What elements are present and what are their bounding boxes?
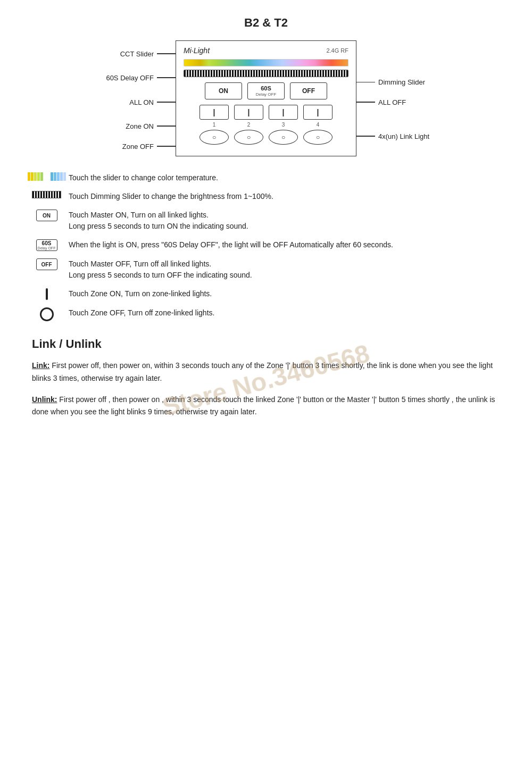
on-button[interactable]: ON	[205, 82, 242, 99]
all-off-label: ALL OFF	[356, 98, 406, 106]
zone-4-on-button[interactable]: |	[303, 105, 332, 120]
zone-1-label: 1	[213, 122, 216, 128]
master-buttons-row: ON 60S Delay OFF OFF	[184, 82, 348, 99]
cct-instruction-text: Touch the slider to change color tempera…	[69, 172, 500, 183]
zone-2-off-button[interactable]: ○	[234, 130, 263, 145]
zone-col-2: | 2 ○	[234, 105, 263, 145]
zone-off-icon-container	[32, 307, 61, 321]
device-box: Mi·Light 2.4G RF ON 60S Delay OFF	[176, 40, 356, 156]
unlink-text: First power off , then power on , within…	[32, 395, 495, 416]
unlink-paragraph: Unlink: First power off , then power on …	[32, 394, 500, 419]
zone-3-label: 3	[282, 122, 285, 128]
dimming-instruction-text: Touch Dimming Slider to change the brigh…	[69, 191, 500, 202]
link-label: Link:	[32, 361, 49, 370]
link-paragraph: Link: First power off, then power on, wi…	[32, 360, 500, 385]
zone-off-label: Zone OFF	[122, 143, 176, 151]
link-section-title: Link / Unlink	[32, 337, 500, 351]
zone-col-3: | 3 ○	[269, 105, 298, 145]
dimming-instruction-row: Touch Dimming Slider to change the brigh…	[32, 191, 500, 202]
left-labels: CCT Slider 60S Delay OFF ALL ON	[80, 40, 176, 156]
on-instruction-row: ON Touch Master ON, Turn on all linked l…	[32, 210, 500, 232]
link-light-label: 4x(un) Link Light	[356, 132, 429, 140]
cct-slider-label: CCT Slider	[120, 50, 176, 58]
zone-3-on-button[interactable]: |	[269, 105, 298, 120]
full-diagram: CCT Slider 60S Delay OFF ALL ON	[80, 40, 452, 156]
60s-instruction-row: 60S Delay OFF When the light is ON, pres…	[32, 239, 500, 251]
off-icon-button: OFF	[36, 258, 57, 270]
dimming-icon	[32, 191, 61, 198]
zone-on-instruction-row: Touch Zone ON, Turn on zone-linked light…	[32, 288, 500, 300]
zone-2-label: 2	[247, 122, 251, 128]
on-instruction-text: Touch Master ON, Turn on all linked ligh…	[69, 210, 500, 232]
zone-1-on-button[interactable]: |	[200, 105, 229, 120]
dimming-slider-label: Dimming Slider	[356, 78, 425, 86]
device-header: Mi·Light 2.4G RF	[184, 46, 348, 55]
60s-icon: 60S Delay OFF	[32, 239, 61, 251]
zone-2-on-button[interactable]: |	[234, 105, 263, 120]
unlink-label: Unlink:	[32, 395, 57, 404]
cct-slider-bar[interactable]	[184, 59, 348, 66]
zone-off-instruction-row: Touch Zone OFF, Turn off zone-linked lig…	[32, 307, 500, 321]
zone-off-instruction-text: Touch Zone OFF, Turn off zone-linked lig…	[69, 307, 500, 319]
zone-col-4: | 4 ○	[303, 105, 332, 145]
rf-label: 2.4G RF	[326, 47, 348, 54]
zone-1-off-button[interactable]: ○	[200, 130, 229, 145]
off-instruction-text: Touch Master OFF, Turn off all linked li…	[69, 258, 500, 281]
zone-on-label: Zone ON	[126, 122, 176, 130]
right-labels: Dimming Slider ALL OFF 4x(un) Link Light	[356, 40, 452, 156]
zone-on-icon	[46, 288, 48, 300]
page-title: B2 & T2	[32, 16, 500, 30]
off-icon: OFF	[32, 258, 61, 270]
60s-delay-label: 60S Delay OFF	[106, 74, 176, 82]
on-icon: ON	[32, 210, 61, 221]
off-instruction-row: OFF Touch Master OFF, Turn off all linke…	[32, 258, 500, 281]
60s-icon-button: 60S Delay OFF	[36, 239, 57, 251]
zone-on-instruction-text: Touch Zone ON, Turn on zone-linked light…	[69, 288, 500, 299]
zone-off-icon	[40, 307, 54, 321]
all-on-label: ALL ON	[129, 98, 176, 106]
dimming-slider-bar[interactable]	[184, 70, 348, 77]
zone-4-off-button[interactable]: ○	[303, 130, 332, 145]
link-unlink-section: Link / Unlink Link: First power off, the…	[32, 337, 500, 419]
zone-buttons-grid: | 1 ○ | 2 ○ | 3 ○ | 4 ○	[184, 105, 348, 145]
cct-instruction-row: Touch the slider to change color tempera…	[32, 172, 500, 183]
brand-name: Mi·Light	[184, 46, 210, 55]
device-diagram-section: CCT Slider 60S Delay OFF ALL ON	[32, 40, 500, 156]
60s-button[interactable]: 60S Delay OFF	[247, 82, 285, 99]
off-button[interactable]: OFF	[290, 82, 327, 99]
60s-instruction-text: When the light is ON, press "60S Delay O…	[69, 239, 500, 250]
zone-4-label: 4	[317, 122, 320, 128]
instructions-section: Touch the slider to change color tempera…	[32, 172, 500, 321]
zone-col-1: | 1 ○	[200, 105, 229, 145]
zone-3-off-button[interactable]: ○	[269, 130, 298, 145]
cct-icon	[32, 172, 61, 181]
on-icon-button: ON	[36, 210, 57, 221]
link-text: First power off, then power on, within 3…	[32, 361, 493, 382]
zone-on-icon-container	[32, 288, 61, 300]
